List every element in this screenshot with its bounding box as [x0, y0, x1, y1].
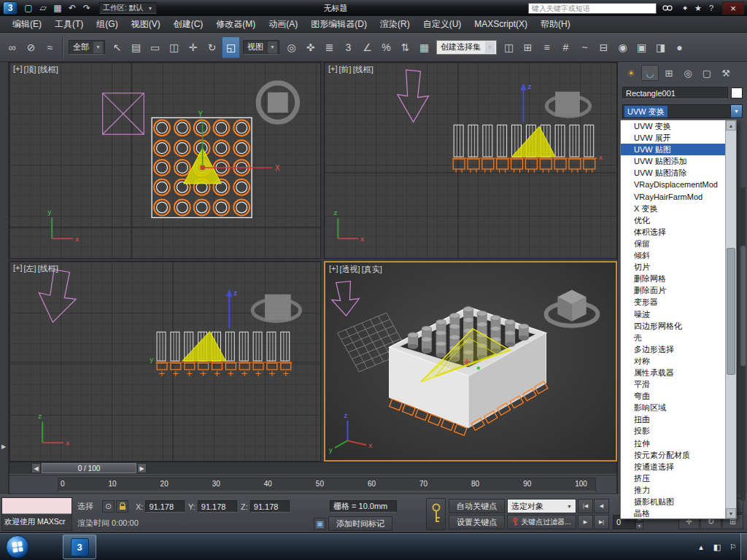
viewport-pov-menu[interactable]: [左] — [24, 263, 36, 274]
menu-item[interactable]: 自定义(U) — [417, 16, 468, 32]
isolate-selection-icon[interactable]: ⊙ — [102, 500, 115, 513]
modifier-option[interactable]: 摄影机贴图 — [621, 496, 725, 508]
go-to-start-button[interactable]: |◀ — [578, 499, 593, 513]
panel-scrollbar[interactable] — [740, 187, 746, 501]
key-filters-button[interactable]: 关键点过滤器... — [507, 515, 576, 529]
menu-item[interactable]: 帮助(H) — [534, 16, 577, 32]
schematic-view-icon[interactable]: ⊟ — [595, 36, 613, 58]
search-binoculars-icon[interactable] — [661, 1, 674, 15]
rendered-frame-icon[interactable]: ◨ — [651, 36, 670, 58]
undo-icon[interactable]: ↶ — [66, 1, 79, 15]
coord-z-field[interactable]: 91.178 — [250, 500, 290, 513]
maxscript-mini-listener[interactable]: 欢迎使用 MAXScr — [1, 497, 72, 531]
align-icon[interactable]: ⊞ — [519, 36, 537, 58]
viewport-general-menu[interactable]: [+] — [328, 64, 338, 75]
viewport-general-menu[interactable]: [+] — [13, 64, 23, 75]
modifier-option[interactable]: 拉伸 — [621, 438, 725, 449]
selection-filter-dropdown[interactable]: 选定对象 ▼ — [507, 499, 576, 513]
workspace-selector[interactable]: 工作区: 默认 ▼ — [99, 2, 157, 14]
tab-display-icon[interactable]: ▢ — [698, 65, 716, 81]
modifier-option[interactable]: VRayDisplacementMod — [621, 179, 725, 190]
favorites-icon[interactable]: ★ — [692, 1, 705, 15]
menu-item[interactable]: MAXScript(X) — [468, 16, 534, 32]
render-icon[interactable]: ● — [670, 36, 689, 58]
scrollbar-thumb[interactable] — [740, 246, 746, 366]
select-object-icon[interactable]: ↖ — [108, 36, 126, 58]
menu-item[interactable]: 动画(A) — [262, 16, 304, 32]
modifier-option[interactable]: 按通道选择 — [621, 461, 725, 472]
macro-recorder-pane[interactable] — [2, 498, 71, 514]
modifier-option[interactable]: 晶格 — [621, 508, 725, 518]
modifier-option[interactable]: 噪波 — [621, 308, 725, 320]
tray-show-hidden-icon[interactable]: ▴ — [696, 542, 706, 552]
modifier-option[interactable]: 优化 — [621, 214, 725, 226]
auto-key-button[interactable]: 自动关键点 — [449, 499, 505, 513]
chevron-down-icon[interactable]: ▼ — [730, 105, 742, 117]
viewport-pov-menu[interactable]: [前] — [339, 64, 352, 75]
percent-snap-icon[interactable]: % — [377, 36, 395, 58]
previous-frame-arrow[interactable]: ◀ — [31, 463, 41, 473]
window-crossing-icon[interactable]: ◫ — [165, 36, 183, 58]
next-frame-arrow[interactable]: ▶ — [137, 463, 147, 473]
play-button[interactable]: ▶ — [578, 515, 593, 529]
keyboard-override-icon[interactable]: ≣ — [320, 36, 338, 58]
modifier-option[interactable]: 删除网格 — [621, 273, 725, 284]
viewport-layout-tab-bar[interactable]: ▶ — [0, 62, 9, 494]
mirror-icon[interactable]: ◫ — [500, 36, 518, 58]
tab-modify-icon[interactable]: ◡ — [641, 65, 659, 81]
spinner-snap-icon[interactable]: ⇅ — [396, 36, 414, 58]
reference-coordinate-dropdown[interactable]: 视图 ▼ — [243, 40, 279, 55]
select-and-move-icon[interactable]: ✛ — [184, 36, 202, 58]
expand-arrow-icon[interactable]: ▶ — [1, 443, 6, 450]
new-scene-icon[interactable]: ▢ — [22, 1, 35, 15]
edit-named-selections-icon[interactable]: ▦ — [415, 36, 433, 58]
modifier-option[interactable]: 按元素分配材质 — [621, 449, 725, 461]
viewport-top[interactable]: X Y y x [+] [顶] [线框] — [9, 62, 321, 259]
viewport-left[interactable]: z y z x [+] [左] [线框] — [9, 261, 321, 462]
tray-display-icon[interactable]: ◧ — [712, 542, 722, 552]
modifier-option[interactable]: 投影 — [621, 425, 725, 437]
listener-pane[interactable]: 欢迎使用 MAXScr — [2, 514, 71, 530]
modifier-option[interactable]: 弯曲 — [621, 390, 725, 402]
menu-item[interactable]: 图形编辑器(D) — [304, 16, 374, 32]
coord-y-field[interactable]: 91.178 — [198, 500, 237, 513]
menu-item[interactable]: 视图(V) — [125, 16, 167, 32]
open-file-icon[interactable]: ▱ — [36, 1, 50, 15]
tab-utilities-icon[interactable]: ⚒ — [717, 65, 735, 81]
previous-frame-button[interactable]: ◀ — [594, 499, 609, 513]
taskbar-3dsmax-button[interactable]: 3 — [63, 534, 96, 559]
modifier-option[interactable]: 切片 — [621, 261, 725, 273]
select-and-rotate-icon[interactable]: ↻ — [203, 36, 221, 58]
scroll-down-icon[interactable]: ▼ — [726, 508, 736, 518]
modifier-option[interactable]: UVW 展开 — [621, 132, 725, 144]
tray-action-center-icon[interactable]: ⚐ — [728, 542, 738, 552]
modifier-option[interactable]: 平滑 — [621, 378, 725, 390]
add-time-tag-button[interactable]: 添加时间标记 — [328, 516, 392, 531]
time-slider[interactable]: ◀ 0 / 100 ▶ — [9, 462, 617, 475]
set-key-button[interactable]: 设置关键点 — [449, 515, 505, 529]
selection-lock-icon[interactable] — [116, 500, 128, 513]
time-slider-handle[interactable]: 0 / 100 — [42, 463, 136, 473]
angle-snap-icon[interactable]: ∠ — [358, 36, 376, 58]
application-menu-button[interactable]: 3 — [3, 1, 18, 15]
modifier-option[interactable]: 倾斜 — [621, 249, 725, 261]
go-to-end-button[interactable]: ▶| — [594, 515, 609, 529]
tab-hierarchy-icon[interactable]: ⊞ — [660, 65, 678, 81]
redo-icon[interactable]: ↷ — [80, 1, 93, 15]
modifier-option[interactable]: UVW 贴图添加 — [621, 155, 725, 167]
tab-motion-icon[interactable]: ◎ — [679, 65, 697, 81]
viewport-front[interactable]: z x z x [+] [前] [线框] — [324, 62, 617, 259]
scroll-up-icon[interactable]: ▲ — [726, 120, 736, 131]
select-and-manipulate-icon[interactable]: ✜ — [301, 36, 320, 58]
modifier-option[interactable]: 多边形选择 — [621, 343, 725, 355]
close-button[interactable]: × — [722, 1, 744, 15]
modifier-option[interactable]: 变形器 — [621, 296, 725, 308]
modifier-option[interactable]: 挤压 — [621, 472, 725, 484]
modifier-option[interactable]: 保留 — [621, 238, 725, 249]
modifier-option[interactable]: 壳 — [621, 332, 725, 343]
material-editor-icon[interactable]: ◉ — [614, 36, 632, 58]
bind-to-space-warp-icon[interactable]: ≈ — [41, 36, 59, 58]
select-and-scale-icon[interactable]: ◱ — [222, 36, 240, 58]
named-selection-sets-dropdown[interactable]: 创建选择集 ▼ — [436, 40, 497, 55]
start-button[interactable] — [6, 535, 29, 559]
